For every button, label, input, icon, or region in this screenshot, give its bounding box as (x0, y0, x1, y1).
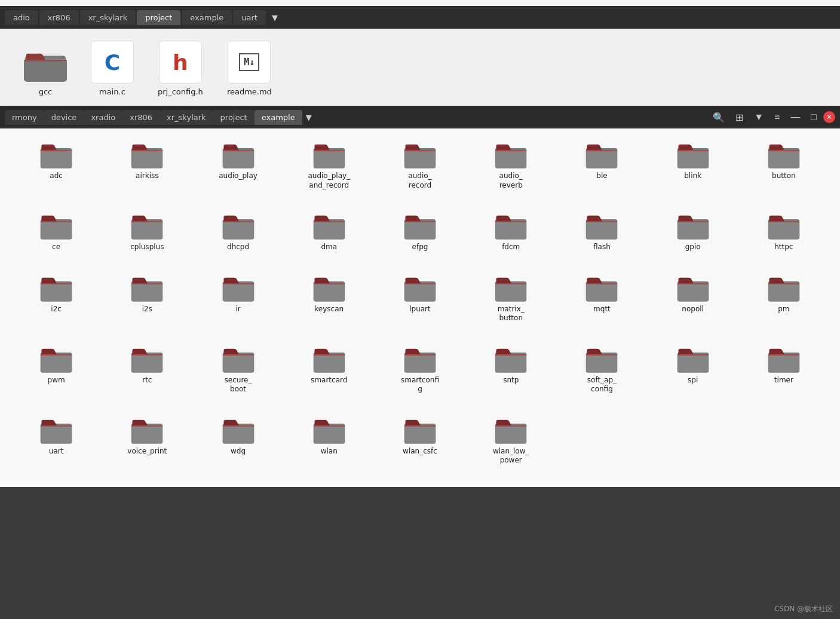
file-entry[interactable]: fdcm (467, 209, 555, 264)
folder-icon (494, 417, 528, 445)
file-entry[interactable]: dhcpd (194, 209, 282, 264)
file-entry[interactable]: audio_play (194, 138, 282, 202)
file-entry[interactable]: wlan_csfc (376, 413, 464, 477)
file-entry[interactable]: keyscan (285, 271, 373, 335)
file-entry[interactable]: ce (12, 209, 100, 264)
file-entry[interactable]: button (740, 138, 828, 202)
file-name-label: voice_print (127, 447, 167, 456)
svg-rect-58 (768, 221, 799, 222)
menu-button[interactable]: ≡ (770, 109, 784, 125)
folder-icon (39, 275, 73, 302)
folder-icon (222, 346, 255, 373)
file-entry[interactable]: smartcard (285, 342, 373, 406)
file-entry[interactable]: wlan (285, 413, 373, 477)
top-breadcrumb-dropdown[interactable]: ▼ (267, 10, 283, 25)
top-tab-adio[interactable]: adio (5, 10, 38, 25)
svg-rect-105 (586, 354, 617, 372)
svg-rect-19 (404, 150, 436, 151)
tab-xr806[interactable]: xr806 (122, 110, 160, 125)
search-button[interactable]: 🔍 (709, 109, 729, 126)
tab-example[interactable]: example (255, 110, 302, 125)
folder-icon (585, 346, 618, 373)
file-entry[interactable]: efpg (376, 209, 464, 264)
minimize-button[interactable]: — (786, 109, 804, 125)
svg-rect-109 (677, 354, 708, 356)
file-entry[interactable]: smartconfig (376, 342, 464, 406)
file-entry[interactable]: uart (12, 413, 100, 477)
file-entry[interactable]: ir (194, 271, 282, 335)
svg-rect-28 (677, 150, 708, 151)
folder-icon (403, 346, 437, 373)
top-file-readmemd[interactable]: M↓ readme.md (227, 41, 272, 96)
file-entry[interactable]: audio_reverb (467, 138, 555, 202)
file-name-label: nopoll (682, 305, 704, 314)
maximize-button[interactable]: □ (807, 109, 821, 125)
file-name-label: flash (593, 243, 611, 252)
file-entry[interactable]: timer (740, 342, 828, 406)
svg-rect-63 (131, 283, 163, 301)
svg-rect-49 (495, 221, 526, 222)
tab-rmony[interactable]: rmony (5, 110, 44, 125)
file-entry[interactable]: cplusplus (103, 209, 191, 264)
top-tab-xr-skylark[interactable]: xr_skylark (80, 10, 136, 25)
file-entry[interactable]: secure_boot (194, 342, 282, 406)
tab-xradio[interactable]: xradio (84, 110, 122, 125)
top-tab-uart[interactable]: uart (233, 10, 266, 25)
file-entry[interactable]: httpc (740, 209, 828, 264)
file-entry[interactable]: ble (557, 138, 646, 202)
main-breadcrumb-dropdown[interactable]: ▼ (302, 110, 315, 125)
folder-icon (585, 213, 618, 240)
file-entry[interactable]: pm (740, 271, 828, 335)
tab-project[interactable]: project (213, 110, 255, 125)
file-entry[interactable]: flash (557, 209, 646, 264)
file-entry[interactable]: blink (649, 138, 737, 202)
top-file-mainc[interactable]: C main.c (91, 41, 134, 96)
file-name-label: wlan_low_power (493, 447, 529, 465)
folder-icon (39, 213, 73, 240)
file-entry[interactable]: audio_play_and_record (285, 138, 373, 202)
file-entry[interactable]: rtc (103, 342, 191, 406)
folder-icon (585, 275, 618, 302)
file-entry[interactable]: matrix_button (467, 271, 555, 335)
file-entry[interactable]: nopoll (649, 271, 737, 335)
folder-icon (312, 275, 346, 302)
folder-icon (222, 142, 255, 169)
file-name-label: dma (321, 243, 337, 252)
file-entry[interactable]: voice_print (103, 413, 191, 477)
file-entry[interactable]: mqtt (557, 271, 646, 335)
list-dropdown-button[interactable]: ▼ (750, 109, 768, 125)
file-entry[interactable]: i2c (12, 271, 100, 335)
file-name-label: wdg (231, 447, 246, 456)
file-entry[interactable]: spi (649, 342, 737, 406)
file-entry[interactable]: lpuart (376, 271, 464, 335)
file-name-label: pwm (48, 376, 65, 385)
file-entry[interactable]: dma (285, 209, 373, 264)
folder-icon (312, 213, 346, 240)
list-view-button[interactable]: ⊞ (731, 109, 747, 126)
file-entry[interactable]: wdg (194, 413, 282, 477)
file-entry[interactable]: sntp (467, 342, 555, 406)
file-name-label: matrix_button (498, 305, 525, 323)
folder-icon (39, 142, 73, 169)
top-tab-xr806[interactable]: xr806 (39, 10, 79, 25)
file-entry[interactable]: gpio (649, 209, 737, 264)
file-entry[interactable]: audio_record (376, 138, 464, 202)
file-entry[interactable]: airkiss (103, 138, 191, 202)
file-name-label: fdcm (502, 243, 520, 252)
top-tab-example[interactable]: example (182, 10, 232, 25)
file-name-label: sntp (503, 376, 519, 385)
top-tab-project[interactable]: project (137, 10, 180, 25)
top-file-prjconfigh[interactable]: h prj_config.h (158, 41, 203, 96)
file-entry[interactable]: wlan_low_power (467, 413, 555, 477)
file-name-label: airkiss (136, 171, 158, 181)
tab-device[interactable]: device (44, 110, 84, 125)
tab-xr-skylark[interactable]: xr_skylark (160, 110, 213, 125)
file-entry[interactable]: adc (12, 138, 100, 202)
toolbar-actions: 🔍 ⊞ ▼ ≡ — □ ✕ (709, 109, 835, 126)
file-entry[interactable]: i2s (103, 271, 191, 335)
folder-icon (130, 346, 164, 373)
close-button[interactable]: ✕ (823, 111, 835, 123)
top-file-gcc[interactable]: gcc (24, 48, 67, 96)
file-entry[interactable]: soft_ap_config (557, 342, 646, 406)
file-entry[interactable]: pwm (12, 342, 100, 406)
